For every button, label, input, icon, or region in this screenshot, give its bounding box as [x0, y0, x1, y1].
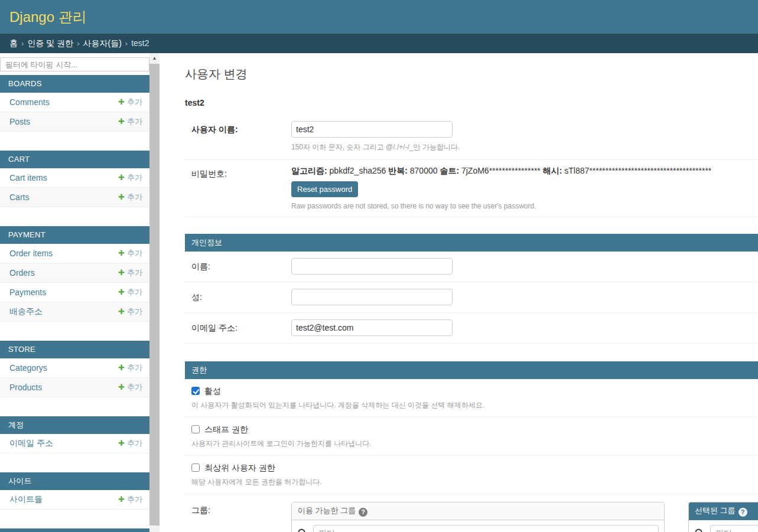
breadcrumb-auth[interactable]: 인증 및 권한: [27, 38, 73, 48]
add-shipping-address-link[interactable]: ✚추가: [118, 306, 142, 317]
search-icon: [297, 528, 308, 532]
site-header: Django 관리: [0, 0, 758, 34]
add-email-addresses-link[interactable]: ✚추가: [118, 438, 142, 449]
first-name-input[interactable]: [291, 258, 453, 275]
scrollbar-thumb[interactable]: [149, 64, 160, 526]
personal-info-title: 개인정보: [185, 234, 758, 252]
add-comments-link[interactable]: ✚추가: [118, 97, 142, 107]
model-link-shipping-address[interactable]: 배송주소: [9, 306, 43, 317]
model-link-posts[interactable]: Posts: [9, 117, 30, 126]
plus-icon: ✚: [118, 249, 125, 257]
sidebar-scrollbar[interactable]: ▲: [149, 53, 160, 532]
model-link-cart-items[interactable]: Cart items: [9, 173, 47, 182]
sidebar-section-payment: PAYMENT Order items ✚추가 Orders ✚추가 Payme…: [0, 226, 149, 322]
add-cart-items-link[interactable]: ✚추가: [118, 172, 142, 183]
algorithm-value: pbkdf2_sha256: [330, 166, 386, 175]
chosen-groups-filter-input[interactable]: [710, 525, 758, 532]
available-groups-header: 이용 가능한 그룹?: [292, 502, 664, 520]
iterations-value: 870000: [410, 166, 438, 175]
sidebar-section-title: PAYMENT: [0, 226, 149, 244]
permissions-title: 권한: [185, 361, 758, 379]
sidebar-item-posts: Posts ✚추가: [0, 112, 149, 132]
sidebar-item-orders: Orders ✚추가: [0, 263, 149, 283]
model-link-carts[interactable]: Carts: [9, 192, 29, 202]
last-name-label: 성:: [191, 289, 291, 303]
sidebar-item-categorys: Categorys ✚추가: [0, 358, 149, 378]
help-icon[interactable]: ?: [359, 508, 367, 517]
available-groups-filter-input[interactable]: [313, 525, 659, 532]
email-input[interactable]: [291, 319, 453, 336]
sidebar-section-title: 계정: [0, 416, 149, 434]
sidebar-section-site: 사이트 사이트들 ✚추가: [0, 472, 149, 510]
add-sites-link[interactable]: ✚추가: [118, 494, 142, 505]
active-checkbox[interactable]: [191, 387, 200, 395]
salt-value: 7jZoM6****************: [461, 166, 541, 175]
plus-icon: ✚: [118, 307, 125, 316]
scrollbar-up-arrow-icon[interactable]: ▲: [149, 53, 160, 63]
active-label: 활성: [204, 386, 221, 396]
hash-value: sTl887**********************************…: [564, 166, 711, 175]
hash-label: 해시:: [543, 166, 562, 175]
chosen-groups-header: 선택된 그룹?: [689, 502, 758, 520]
nav-sidebar: BOARDS Comments ✚추가 Posts ✚추가 CART Cart …: [0, 53, 149, 532]
sidebar-section-account: 계정 이메일 주소 ✚추가: [0, 416, 149, 453]
model-link-categorys[interactable]: Categorys: [9, 363, 47, 373]
chosen-groups-panel: 선택된 그룹?: [688, 502, 758, 532]
salt-label: 솔트:: [440, 166, 459, 175]
active-help: 이 사용자가 활성화되어 있는지를 나타냅니다. 계정을 삭제하는 대신 이것을…: [191, 400, 758, 410]
breadcrumb: 홈›인증 및 권한›사용자(들)›test2: [0, 34, 758, 53]
breadcrumb-users[interactable]: 사용자(들): [83, 38, 121, 48]
reset-password-button[interactable]: Reset password: [291, 181, 358, 197]
site-title[interactable]: Django 관리: [0, 0, 758, 34]
add-orders-link[interactable]: ✚추가: [118, 267, 142, 278]
plus-icon: ✚: [118, 97, 125, 106]
sidebar-item-payments: Payments ✚추가: [0, 283, 149, 302]
superuser-row: 최상위 사용자 권한 해당 사용자에게 모든 권한을 허가합니다.: [185, 456, 758, 494]
model-link-products[interactable]: Products: [9, 383, 42, 392]
staff-checkbox[interactable]: [191, 425, 200, 433]
add-order-items-link[interactable]: ✚추가: [118, 248, 142, 259]
superuser-checkbox[interactable]: [191, 464, 200, 472]
add-products-link[interactable]: ✚추가: [118, 382, 142, 393]
add-categorys-link[interactable]: ✚추가: [118, 363, 142, 373]
breadcrumb-separator: ›: [21, 39, 24, 48]
iterations-label: 반복:: [388, 166, 408, 175]
staff-help: 사용자가 관리사이트에 로그인이 가능한지를 나타냅니다.: [191, 439, 758, 449]
plus-icon: ✚: [118, 288, 125, 296]
superuser-help: 해당 사용자에게 모든 권한을 허가합니다.: [191, 477, 758, 487]
sidebar-section-cart: CART Cart items ✚추가 Carts ✚추가: [0, 151, 149, 207]
sidebar-section-store: STORE Categorys ✚추가 Products ✚추가: [0, 341, 149, 397]
model-link-comments[interactable]: Comments: [9, 97, 50, 107]
page-title: 사용자 변경: [185, 66, 758, 82]
plus-icon: ✚: [118, 495, 125, 504]
username-input[interactable]: [291, 121, 453, 138]
plus-icon: ✚: [118, 173, 125, 182]
chosen-groups-filter-row: [689, 520, 758, 532]
breadcrumb-home[interactable]: 홈: [9, 38, 18, 48]
add-posts-link[interactable]: ✚추가: [118, 116, 142, 127]
add-carts-link[interactable]: ✚추가: [118, 192, 142, 203]
model-link-email-addresses[interactable]: 이메일 주소: [9, 438, 53, 449]
sidebar-item-carts: Carts ✚추가: [0, 188, 149, 207]
plus-icon: ✚: [118, 117, 125, 126]
sidebar-item-cart-items: Cart items ✚추가: [0, 168, 149, 188]
add-payments-link[interactable]: ✚추가: [118, 287, 142, 298]
plus-icon: ✚: [118, 192, 125, 201]
sidebar-item-comments: Comments ✚추가: [0, 93, 149, 112]
object-name: test2: [185, 98, 758, 107]
model-link-sites[interactable]: 사이트들: [9, 494, 43, 505]
sidebar-section-title: STORE: [0, 341, 149, 358]
username-help: 150자 이하 문자, 숫자 그리고 @/./+/-/_만 가능합니다.: [291, 142, 460, 152]
sidebar-item-order-items: Order items ✚추가: [0, 244, 149, 263]
plus-icon: ✚: [118, 383, 125, 391]
model-link-orders[interactable]: Orders: [9, 268, 35, 278]
password-hash-summary: 알고리즘: pbkdf2_sha256 반복: 870000 솔트: 7jZoM…: [291, 165, 711, 176]
last-name-input[interactable]: [291, 289, 453, 305]
superuser-label: 최상위 사용자 권한: [204, 463, 275, 472]
model-link-order-items[interactable]: Order items: [9, 249, 53, 258]
help-icon[interactable]: ?: [739, 508, 747, 517]
model-link-payments[interactable]: Payments: [9, 288, 46, 297]
sidebar-filter-input[interactable]: [0, 57, 149, 71]
sidebar-item-email-addresses: 이메일 주소 ✚추가: [0, 434, 149, 453]
available-groups-panel: 이용 가능한 그룹?: [291, 502, 665, 532]
